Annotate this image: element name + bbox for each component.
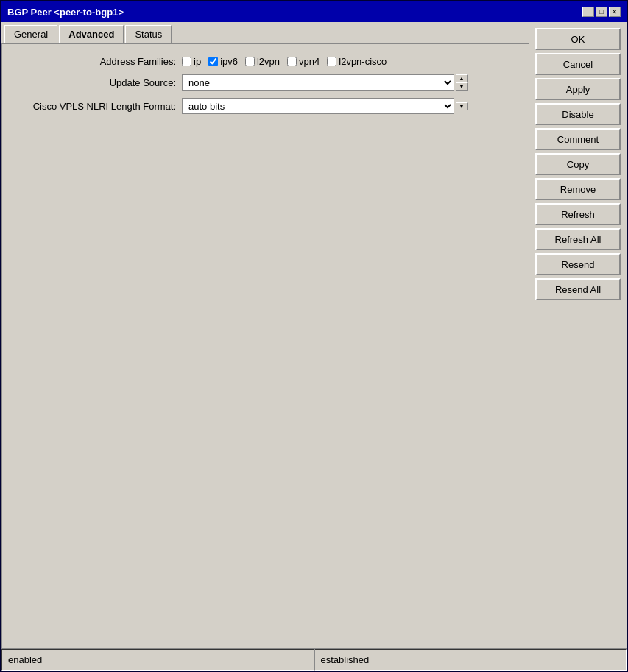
tab-advanced[interactable]: Advanced — [59, 25, 124, 43]
checkbox-ipv6-item: ipv6 — [208, 56, 238, 67]
status-enabled: enabled — [1, 649, 314, 671]
apply-button[interactable]: Apply — [535, 78, 621, 100]
checkbox-l2vpn-item: l2vpn — [245, 56, 280, 67]
cisco-vpls-spinners: ▼ — [456, 102, 468, 110]
tab-bar: General Advanced Status — [1, 22, 529, 43]
update-source-select[interactable]: none — [182, 74, 454, 91]
cancel-button[interactable]: Cancel — [535, 53, 621, 75]
tab-content-advanced: Address Families: ip ipv6 l2vpn — [1, 43, 529, 648]
address-families-checkboxes: ip ipv6 l2vpn vpn4 — [182, 56, 387, 67]
checkbox-l2vpn-cisco[interactable] — [327, 57, 336, 66]
address-families-row: Address Families: ip ipv6 l2vpn — [14, 56, 517, 67]
cisco-vpls-select[interactable]: auto bits — [182, 98, 454, 114]
checkbox-l2vpn-label: l2vpn — [257, 56, 280, 67]
window-controls: _ □ ✕ — [582, 7, 621, 17]
update-source-label: Update Source: — [14, 77, 176, 88]
status-enabled-text: enabled — [8, 654, 42, 665]
resend-button[interactable]: Resend — [535, 253, 621, 275]
checkbox-l2vpn[interactable] — [245, 57, 255, 66]
refresh-button[interactable]: Refresh — [535, 203, 621, 225]
checkbox-l2vpn-cisco-item: l2vpn-cisco — [327, 56, 387, 67]
checkbox-ip-item: ip — [182, 56, 201, 67]
address-families-label: Address Families: — [14, 56, 176, 67]
checkbox-l2vpn-cisco-label: l2vpn-cisco — [339, 56, 387, 67]
cisco-vpls-wrapper: auto bits ▼ — [182, 98, 468, 114]
minimize-button[interactable]: _ — [582, 7, 594, 17]
sidebar-buttons: OK Cancel Apply Disable Comment Copy Rem… — [529, 22, 627, 648]
status-established-text: established — [321, 654, 370, 665]
content-area: General Advanced Status Address Families… — [1, 22, 529, 648]
cisco-vpls-row: Cisco VPLS NLRI Length Format: auto bits… — [14, 98, 517, 114]
tab-general[interactable]: General — [4, 25, 57, 43]
main-area: General Advanced Status Address Families… — [1, 22, 627, 648]
checkbox-ip[interactable] — [182, 57, 191, 66]
window-title: BGP Peer <peer-to-bgp1> — [7, 7, 124, 18]
main-window: BGP Peer <peer-to-bgp1> _ □ ✕ General Ad… — [0, 0, 628, 672]
checkbox-vpn4-item: vpn4 — [287, 56, 320, 67]
close-button[interactable]: ✕ — [609, 7, 621, 17]
checkbox-vpn4-label: vpn4 — [299, 56, 320, 67]
update-source-row: Update Source: none ▲ ▼ — [14, 74, 517, 91]
cisco-vpls-down-button[interactable]: ▼ — [456, 102, 468, 110]
checkbox-ipv6-label: ipv6 — [220, 56, 238, 67]
tab-status[interactable]: Status — [125, 25, 172, 43]
update-source-up-button[interactable]: ▲ — [456, 74, 468, 82]
checkbox-ipv6[interactable] — [208, 57, 218, 66]
disable-button[interactable]: Disable — [535, 103, 621, 125]
update-source-down-button[interactable]: ▼ — [456, 82, 468, 91]
ok-button[interactable]: OK — [535, 28, 621, 50]
update-source-wrapper: none ▲ ▼ — [182, 74, 468, 91]
remove-button[interactable]: Remove — [535, 178, 621, 200]
checkbox-vpn4[interactable] — [287, 57, 297, 66]
comment-button[interactable]: Comment — [535, 128, 621, 150]
update-source-spinners: ▲ ▼ — [456, 74, 468, 91]
refresh-all-button[interactable]: Refresh All — [535, 228, 621, 250]
copy-button[interactable]: Copy — [535, 153, 621, 175]
maximize-button[interactable]: □ — [596, 7, 607, 17]
resend-all-button[interactable]: Resend All — [535, 278, 621, 300]
status-bar: enabled established — [1, 648, 627, 671]
checkbox-ip-label: ip — [194, 56, 201, 67]
cisco-vpls-label: Cisco VPLS NLRI Length Format: — [14, 101, 176, 112]
title-bar: BGP Peer <peer-to-bgp1> _ □ ✕ — [1, 1, 627, 22]
status-established: established — [314, 649, 627, 671]
